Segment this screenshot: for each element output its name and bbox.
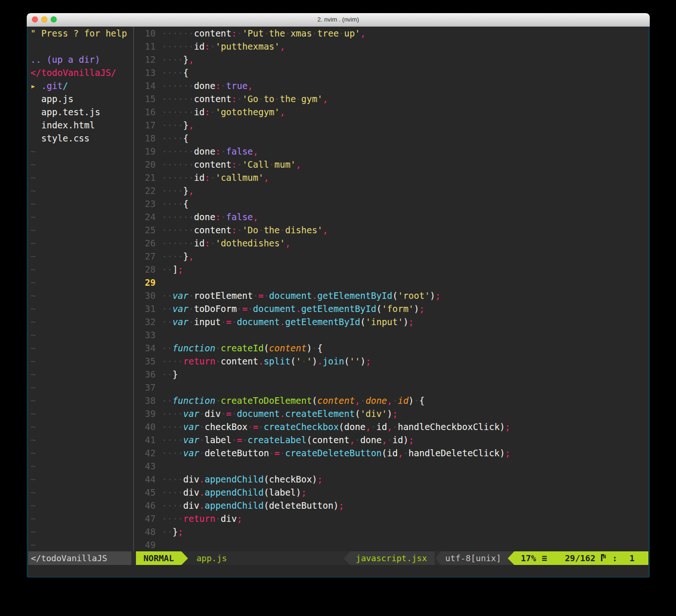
- sidebar-item-app.js[interactable]: app.js: [30, 92, 133, 105]
- text: ~: [30, 343, 36, 353]
- code-line[interactable]: 19······done:·false,: [134, 145, 648, 158]
- code-token: ,: [188, 186, 194, 196]
- text: ~: [30, 317, 36, 327]
- code-text: ····return·content.split('·').join('');: [162, 355, 371, 368]
- code-token: =: [242, 304, 248, 314]
- code-token: ·: [360, 395, 365, 406]
- code-line[interactable]: 20······content:·'Call·mum',: [134, 158, 648, 171]
- code-line[interactable]: 42····var·deleteButton·=·createDeleteBut…: [134, 446, 648, 460]
- code-line[interactable]: 12····},: [134, 53, 648, 66]
- line-number: 44: [134, 473, 162, 486]
- code-line[interactable]: 41····var·label·=·createLabel(content,·d…: [134, 433, 648, 446]
- empty-buffer-tilde: ~: [30, 302, 133, 315]
- code-line[interactable]: 26······id:·'dothedishes',: [134, 237, 648, 250]
- line-number: 22: [134, 184, 162, 197]
- code-line[interactable]: 16······id:·'gotothegym',: [134, 105, 648, 119]
- code-token: ·: [280, 225, 285, 235]
- code-token: createCheckbox: [263, 422, 338, 432]
- code-token: ·: [210, 172, 215, 183]
- empty-buffer-tilde: ~: [30, 460, 133, 473]
- code-token: (: [312, 395, 317, 406]
- code-token: 'div': [360, 408, 387, 419]
- code-token: ·: [188, 317, 194, 327]
- code-token: var: [183, 408, 199, 419]
- code-line[interactable]: 47····return·div;: [134, 512, 648, 525]
- code-line[interactable]: 31··var·toDoForm·=·document.getElementBy…: [134, 302, 648, 315]
- code-line[interactable]: 45····div.appendChild(label);: [134, 486, 648, 499]
- code-line[interactable]: 21······id:·'callmum',: [134, 171, 648, 184]
- code-token: }: [183, 120, 188, 130]
- code-line[interactable]: 34··function·createId(content)·{: [134, 341, 648, 355]
- sidebar-root-path[interactable]: </todoVanillaJS/: [30, 66, 133, 79]
- code-token: ······: [162, 41, 194, 52]
- code-token: ;: [366, 356, 371, 366]
- sidebar-item-app.test.js[interactable]: app.test.js: [30, 105, 133, 119]
- text: ~: [30, 448, 36, 458]
- sidebar-item-.git[interactable]: ▸.git/: [30, 79, 133, 92]
- explorer-blank-row: [30, 40, 133, 53]
- code-line[interactable]: 13····{: [134, 66, 648, 79]
- code-token: appendChild: [205, 474, 264, 484]
- code-line[interactable]: 22····},: [134, 184, 648, 197]
- code-line[interactable]: 49: [134, 538, 648, 551]
- code-buffer[interactable]: 10······content:·'Put·the·xmas·tree·up',…: [134, 27, 648, 551]
- text: .git: [41, 81, 63, 91]
- code-line[interactable]: 14······done:·true,: [134, 79, 648, 92]
- code-line[interactable]: 10······content:·'Put·the·xmas·tree·up',: [134, 27, 648, 40]
- command-line[interactable]: [28, 565, 648, 577]
- code-line[interactable]: 46····div.appendChild(deleteButton);: [134, 499, 648, 512]
- text: /: [63, 81, 68, 91]
- code-line[interactable]: 29: [134, 276, 648, 289]
- code-token: ·: [274, 94, 279, 104]
- code-line[interactable]: 35····return·content.split('·').join('')…: [134, 355, 648, 368]
- code-line[interactable]: 43: [134, 460, 648, 473]
- code-token: :: [232, 94, 237, 104]
- code-line[interactable]: 38··function·createToDoElement(content,·…: [134, 394, 648, 407]
- code-token: 'Go: [242, 94, 258, 104]
- code-line[interactable]: 24······done:·false,: [134, 210, 648, 223]
- code-line[interactable]: 44····div.appendChild(checkBox);: [134, 473, 648, 486]
- code-line[interactable]: 40····var·checkBox·=·createCheckbox(done…: [134, 420, 648, 433]
- code-line[interactable]: 17····},: [134, 119, 648, 132]
- code-token: div: [183, 474, 199, 484]
- code-line[interactable]: 39····var·div·=·document.createElement('…: [134, 407, 648, 420]
- code-line[interactable]: 25······content:·'Do·the·dishes',: [134, 223, 648, 237]
- titlebar[interactable]: 2. nvim . (nvim): [27, 13, 650, 27]
- code-line[interactable]: 18····{: [134, 132, 648, 145]
- code-token: join: [323, 356, 344, 366]
- code-line[interactable]: 27····},: [134, 250, 648, 263]
- code-line[interactable]: 36··}: [134, 368, 648, 381]
- code-line[interactable]: 23····{: [134, 197, 648, 210]
- code-token: div: [221, 513, 237, 524]
- code-text: ··var·toDoForm·=·document.getElementById…: [162, 302, 425, 315]
- code-line[interactable]: 33: [134, 328, 648, 341]
- code-line[interactable]: 48··};: [134, 525, 648, 538]
- code-line[interactable]: 15······content:·'Go·to·the·gym',: [134, 92, 648, 105]
- code-line[interactable]: 37: [134, 381, 648, 394]
- sidebar-item-index.html[interactable]: index.html: [30, 119, 133, 132]
- column-separator: :: [612, 551, 617, 565]
- sidebar-item-style.css[interactable]: style.css: [30, 132, 133, 145]
- code-token: content: [194, 159, 232, 170]
- code-line[interactable]: 11······id:·'putthexmas',: [134, 40, 648, 53]
- text: ~: [30, 238, 36, 248]
- code-line[interactable]: 28··];: [134, 263, 648, 276]
- code-token: .: [280, 408, 285, 419]
- code-token: div: [183, 487, 199, 497]
- sidebar-item-up-dir[interactable]: .. (up a dir): [30, 53, 133, 66]
- terminal-window: 2. nvim . (nvim) " Press ? for help.. (u…: [27, 13, 650, 578]
- code-token: ····: [162, 513, 183, 524]
- code-line[interactable]: 30··var·rootElement·=·document.getElemen…: [134, 289, 648, 302]
- code-token: split: [263, 356, 290, 366]
- code-token: ······: [162, 28, 194, 38]
- code-token: createElement: [285, 408, 355, 419]
- code-line[interactable]: 32··var·input·=·document.getElementById(…: [134, 315, 648, 328]
- code-token: ': [296, 356, 301, 366]
- code-token: appendChild: [205, 487, 264, 497]
- code-token: gym': [301, 94, 323, 104]
- code-token: var: [173, 317, 188, 327]
- code-token: :: [205, 107, 210, 117]
- text: ~: [30, 277, 36, 288]
- empty-buffer-tilde: ~: [30, 407, 133, 420]
- line-number: 21: [134, 171, 162, 184]
